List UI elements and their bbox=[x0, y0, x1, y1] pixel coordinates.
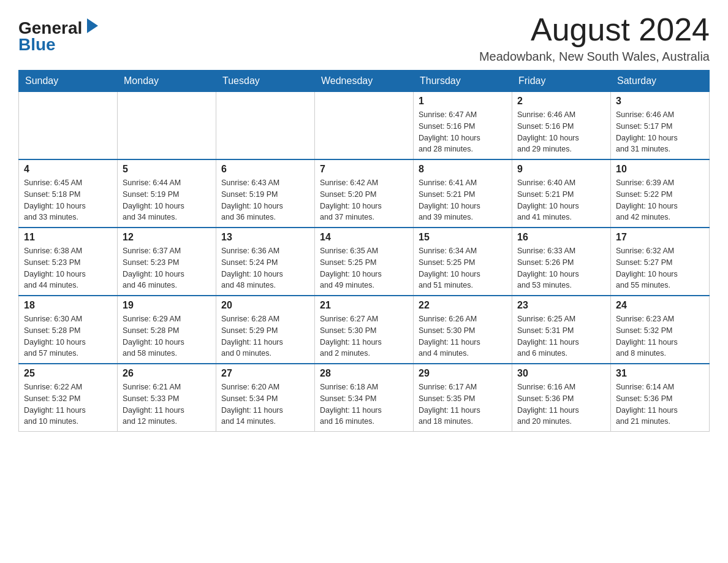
calendar-cell: 31Sunrise: 6:14 AMSunset: 5:36 PMDayligh… bbox=[611, 364, 710, 432]
calendar-cell: 15Sunrise: 6:34 AMSunset: 5:25 PMDayligh… bbox=[414, 228, 512, 296]
day-number: 24 bbox=[616, 300, 704, 311]
day-number: 3 bbox=[616, 96, 704, 107]
day-info: Sunrise: 6:22 AMSunset: 5:32 PMDaylight:… bbox=[24, 381, 112, 427]
calendar-cell: 27Sunrise: 6:20 AMSunset: 5:34 PMDayligh… bbox=[216, 364, 315, 432]
column-header-monday: Monday bbox=[118, 71, 216, 92]
calendar-cell bbox=[216, 92, 315, 160]
calendar-cell: 12Sunrise: 6:37 AMSunset: 5:23 PMDayligh… bbox=[118, 228, 216, 296]
day-number: 8 bbox=[419, 164, 507, 175]
column-header-wednesday: Wednesday bbox=[315, 71, 414, 92]
day-info: Sunrise: 6:14 AMSunset: 5:36 PMDaylight:… bbox=[616, 381, 704, 427]
column-header-friday: Friday bbox=[512, 71, 611, 92]
title-area: August 2024 Meadowbank, New South Wales,… bbox=[479, 12, 710, 64]
calendar-week-row: 1Sunrise: 6:47 AMSunset: 5:16 PMDaylight… bbox=[19, 92, 710, 160]
calendar-cell: 30Sunrise: 6:16 AMSunset: 5:36 PMDayligh… bbox=[512, 364, 611, 432]
day-info: Sunrise: 6:44 AMSunset: 5:19 PMDaylight:… bbox=[123, 177, 211, 223]
day-number: 10 bbox=[616, 164, 704, 175]
day-info: Sunrise: 6:17 AMSunset: 5:35 PMDaylight:… bbox=[419, 381, 507, 427]
calendar-cell: 17Sunrise: 6:32 AMSunset: 5:27 PMDayligh… bbox=[611, 228, 710, 296]
day-number: 11 bbox=[24, 232, 112, 243]
column-header-saturday: Saturday bbox=[611, 71, 710, 92]
calendar-cell bbox=[315, 92, 414, 160]
calendar-cell bbox=[19, 92, 118, 160]
calendar-cell: 25Sunrise: 6:22 AMSunset: 5:32 PMDayligh… bbox=[19, 364, 118, 432]
calendar-cell: 3Sunrise: 6:46 AMSunset: 5:17 PMDaylight… bbox=[611, 92, 710, 160]
calendar-week-row: 11Sunrise: 6:38 AMSunset: 5:23 PMDayligh… bbox=[19, 228, 710, 296]
calendar-cell: 5Sunrise: 6:44 AMSunset: 5:19 PMDaylight… bbox=[118, 159, 216, 228]
day-number: 4 bbox=[24, 164, 112, 175]
day-info: Sunrise: 6:29 AMSunset: 5:28 PMDaylight:… bbox=[123, 313, 211, 359]
calendar-cell: 10Sunrise: 6:39 AMSunset: 5:22 PMDayligh… bbox=[611, 159, 710, 228]
calendar-cell bbox=[118, 92, 216, 160]
calendar-cell: 29Sunrise: 6:17 AMSunset: 5:35 PMDayligh… bbox=[414, 364, 512, 432]
logo: General Blue bbox=[18, 12, 116, 58]
day-number: 23 bbox=[517, 300, 605, 311]
calendar-week-row: 18Sunrise: 6:30 AMSunset: 5:28 PMDayligh… bbox=[19, 296, 710, 364]
day-number: 19 bbox=[123, 300, 211, 311]
day-info: Sunrise: 6:41 AMSunset: 5:21 PMDaylight:… bbox=[419, 177, 507, 223]
column-header-tuesday: Tuesday bbox=[216, 71, 315, 92]
calendar-cell: 4Sunrise: 6:45 AMSunset: 5:18 PMDaylight… bbox=[19, 159, 118, 228]
column-header-thursday: Thursday bbox=[414, 71, 512, 92]
calendar-table: SundayMondayTuesdayWednesdayThursdayFrid… bbox=[18, 70, 710, 432]
day-info: Sunrise: 6:21 AMSunset: 5:33 PMDaylight:… bbox=[123, 381, 211, 427]
day-info: Sunrise: 6:42 AMSunset: 5:20 PMDaylight:… bbox=[320, 177, 408, 223]
day-info: Sunrise: 6:27 AMSunset: 5:30 PMDaylight:… bbox=[320, 313, 408, 359]
day-number: 14 bbox=[320, 232, 408, 243]
svg-text:Blue: Blue bbox=[18, 35, 56, 54]
day-number: 28 bbox=[320, 368, 408, 379]
day-info: Sunrise: 6:30 AMSunset: 5:28 PMDaylight:… bbox=[24, 313, 112, 359]
day-info: Sunrise: 6:36 AMSunset: 5:24 PMDaylight:… bbox=[221, 245, 309, 291]
day-number: 27 bbox=[221, 368, 309, 379]
day-number: 6 bbox=[221, 164, 309, 175]
day-info: Sunrise: 6:47 AMSunset: 5:16 PMDaylight:… bbox=[419, 109, 507, 155]
calendar-cell: 24Sunrise: 6:23 AMSunset: 5:32 PMDayligh… bbox=[611, 296, 710, 364]
day-info: Sunrise: 6:25 AMSunset: 5:31 PMDaylight:… bbox=[517, 313, 605, 359]
calendar-cell: 1Sunrise: 6:47 AMSunset: 5:16 PMDaylight… bbox=[414, 92, 512, 160]
calendar-cell: 2Sunrise: 6:46 AMSunset: 5:16 PMDaylight… bbox=[512, 92, 611, 160]
day-info: Sunrise: 6:38 AMSunset: 5:23 PMDaylight:… bbox=[24, 245, 112, 291]
day-number: 16 bbox=[517, 232, 605, 243]
day-info: Sunrise: 6:37 AMSunset: 5:23 PMDaylight:… bbox=[123, 245, 211, 291]
day-info: Sunrise: 6:16 AMSunset: 5:36 PMDaylight:… bbox=[517, 381, 605, 427]
calendar-cell: 11Sunrise: 6:38 AMSunset: 5:23 PMDayligh… bbox=[19, 228, 118, 296]
calendar-cell: 23Sunrise: 6:25 AMSunset: 5:31 PMDayligh… bbox=[512, 296, 611, 364]
day-number: 29 bbox=[419, 368, 507, 379]
day-info: Sunrise: 6:46 AMSunset: 5:16 PMDaylight:… bbox=[517, 109, 605, 155]
day-info: Sunrise: 6:20 AMSunset: 5:34 PMDaylight:… bbox=[221, 381, 309, 427]
svg-marker-1 bbox=[87, 18, 98, 33]
day-info: Sunrise: 6:26 AMSunset: 5:30 PMDaylight:… bbox=[419, 313, 507, 359]
day-number: 15 bbox=[419, 232, 507, 243]
calendar-cell: 6Sunrise: 6:43 AMSunset: 5:19 PMDaylight… bbox=[216, 159, 315, 228]
day-info: Sunrise: 6:43 AMSunset: 5:19 PMDaylight:… bbox=[221, 177, 309, 223]
day-number: 21 bbox=[320, 300, 408, 311]
day-number: 1 bbox=[419, 96, 507, 107]
day-number: 5 bbox=[123, 164, 211, 175]
calendar-cell: 22Sunrise: 6:26 AMSunset: 5:30 PMDayligh… bbox=[414, 296, 512, 364]
day-number: 7 bbox=[320, 164, 408, 175]
column-header-sunday: Sunday bbox=[19, 71, 118, 92]
day-number: 18 bbox=[24, 300, 112, 311]
day-info: Sunrise: 6:32 AMSunset: 5:27 PMDaylight:… bbox=[616, 245, 704, 291]
day-info: Sunrise: 6:23 AMSunset: 5:32 PMDaylight:… bbox=[616, 313, 704, 359]
calendar-cell: 8Sunrise: 6:41 AMSunset: 5:21 PMDaylight… bbox=[414, 159, 512, 228]
day-number: 22 bbox=[419, 300, 507, 311]
calendar-cell: 14Sunrise: 6:35 AMSunset: 5:25 PMDayligh… bbox=[315, 228, 414, 296]
calendar-week-row: 4Sunrise: 6:45 AMSunset: 5:18 PMDaylight… bbox=[19, 159, 710, 228]
day-number: 17 bbox=[616, 232, 704, 243]
day-info: Sunrise: 6:28 AMSunset: 5:29 PMDaylight:… bbox=[221, 313, 309, 359]
calendar-cell: 20Sunrise: 6:28 AMSunset: 5:29 PMDayligh… bbox=[216, 296, 315, 364]
day-number: 13 bbox=[221, 232, 309, 243]
day-info: Sunrise: 6:46 AMSunset: 5:17 PMDaylight:… bbox=[616, 109, 704, 155]
day-info: Sunrise: 6:45 AMSunset: 5:18 PMDaylight:… bbox=[24, 177, 112, 223]
calendar-cell: 7Sunrise: 6:42 AMSunset: 5:20 PMDaylight… bbox=[315, 159, 414, 228]
page-header: General Blue August 2024 Meadowbank, New… bbox=[18, 12, 710, 64]
calendar-cell: 21Sunrise: 6:27 AMSunset: 5:30 PMDayligh… bbox=[315, 296, 414, 364]
day-info: Sunrise: 6:34 AMSunset: 5:25 PMDaylight:… bbox=[419, 245, 507, 291]
calendar-cell: 16Sunrise: 6:33 AMSunset: 5:26 PMDayligh… bbox=[512, 228, 611, 296]
day-info: Sunrise: 6:40 AMSunset: 5:21 PMDaylight:… bbox=[517, 177, 605, 223]
calendar-cell: 28Sunrise: 6:18 AMSunset: 5:34 PMDayligh… bbox=[315, 364, 414, 432]
month-title: August 2024 bbox=[479, 12, 710, 47]
day-number: 31 bbox=[616, 368, 704, 379]
day-number: 9 bbox=[517, 164, 605, 175]
